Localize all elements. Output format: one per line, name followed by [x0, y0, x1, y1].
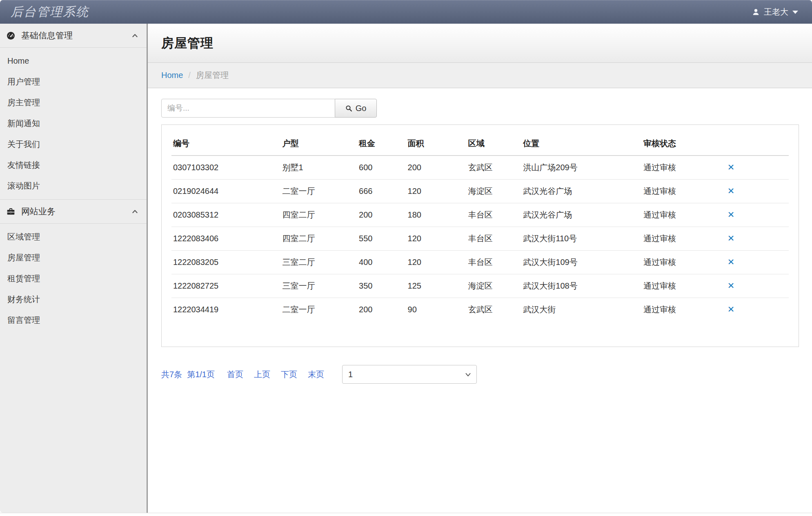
sidebar-item[interactable]: 房主管理 — [0, 92, 147, 113]
search-input[interactable] — [161, 99, 335, 118]
pagination-next-link[interactable]: 下页 — [281, 369, 297, 380]
table-cell: 通过审核 — [642, 180, 726, 203]
page-select: 1 — [342, 365, 477, 384]
search-go-label: Go — [356, 104, 367, 113]
sidebar-section-header[interactable]: 网站业务 — [0, 199, 147, 224]
table-cell: 丰台区 — [467, 251, 522, 274]
delete-icon[interactable]: ✕ — [727, 162, 735, 172]
content-area: Go 编号户型租金面积区域位置审核状态 0307103302别墅1600200玄… — [148, 88, 812, 384]
table-header-cell: 面积 — [406, 131, 467, 156]
page-header: 房屋管理 — [148, 24, 812, 63]
table-cell: 通过审核 — [642, 156, 726, 180]
table-cell: 666 — [357, 180, 406, 203]
table-cell: 玄武区 — [467, 156, 522, 180]
table-row: 0203085312四室二厅200180丰台区武汉光谷广场通过审核✕ — [171, 203, 789, 227]
user-icon — [752, 8, 760, 16]
sidebar-item[interactable]: 财务统计 — [0, 289, 147, 310]
pagination-last-link[interactable]: 末页 — [308, 369, 324, 380]
delete-icon[interactable]: ✕ — [727, 305, 735, 314]
table-cell: 200 — [357, 298, 406, 322]
table-row: 1222034419二室一厅20090玄武区武汉大街通过审核✕ — [171, 298, 789, 322]
breadcrumb-home-link[interactable]: Home — [161, 71, 183, 80]
main-layout: 基础信息管理Home用户管理房主管理新闻通知关于我们友情链接滚动图片网站业务区域… — [0, 24, 812, 513]
table-header-row: 编号户型租金面积区域位置审核状态 — [171, 131, 789, 156]
pagination: 共7条 第1/1页 首页 上页 下页 末页 1 — [161, 365, 801, 384]
pagination-page-info: 第1/1页 — [187, 369, 215, 380]
sidebar-item[interactable]: 用户管理 — [0, 71, 147, 92]
sidebar-item[interactable]: 关于我们 — [0, 134, 147, 155]
table-cell-actions: ✕ — [726, 251, 789, 274]
table-cell: 120 — [406, 251, 467, 274]
chevron-up-icon — [131, 208, 138, 215]
sidebar-item[interactable]: 区域管理 — [0, 227, 147, 247]
delete-icon[interactable]: ✕ — [727, 210, 735, 219]
table-row: 1222082725三室一厅350125海淀区武汉大街108号通过审核✕ — [171, 274, 789, 298]
dashboard-icon — [7, 31, 15, 40]
table-cell: 0219024644 — [171, 180, 281, 203]
user-name: 王老大 — [764, 7, 788, 18]
sidebar-item[interactable]: 滚动图片 — [0, 176, 147, 196]
table-cell: 400 — [357, 251, 406, 274]
sidebar-item[interactable]: 新闻通知 — [0, 113, 147, 134]
breadcrumb-current: 房屋管理 — [196, 70, 229, 81]
table-cell: 120 — [406, 227, 467, 251]
table-cell: 1222083406 — [171, 227, 281, 251]
table-header-cell: 编号 — [171, 131, 281, 156]
pagination-first-link[interactable]: 首页 — [227, 369, 243, 380]
user-menu[interactable]: 王老大 — [752, 7, 812, 18]
app-window: 后台管理系统 王老大 基础信息管理Home用户管理房主管理新闻通知关于我们友情链… — [0, 0, 812, 516]
table-cell: 四室二厅 — [281, 227, 357, 251]
table-panel: 编号户型租金面积区域位置审核状态 0307103302别墅1600200玄武区洪… — [161, 125, 799, 347]
pagination-prev-link[interactable]: 上页 — [254, 369, 270, 380]
table-cell: 丰台区 — [467, 203, 522, 227]
delete-icon[interactable]: ✕ — [727, 257, 735, 267]
sidebar-menu: 区域管理房屋管理租赁管理财务统计留言管理 — [0, 224, 147, 334]
sidebar: 基础信息管理Home用户管理房主管理新闻通知关于我们友情链接滚动图片网站业务区域… — [0, 24, 148, 513]
sidebar-section-header[interactable]: 基础信息管理 — [0, 24, 147, 48]
table-cell: 武汉光谷广场 — [521, 180, 642, 203]
caret-down-icon — [792, 11, 798, 14]
table-cell: 洪山广场209号 — [521, 156, 642, 180]
table-cell: 三室一厅 — [281, 274, 357, 298]
page-title: 房屋管理 — [161, 35, 214, 52]
sidebar-item[interactable]: 租赁管理 — [0, 268, 147, 289]
table-cell: 海淀区 — [467, 274, 522, 298]
app-title: 后台管理系统 — [0, 4, 89, 20]
sidebar-item[interactable]: 房屋管理 — [0, 247, 147, 268]
table-cell-actions: ✕ — [726, 180, 789, 203]
table-row: 0307103302别墅1600200玄武区洪山广场209号通过审核✕ — [171, 156, 789, 180]
table-cell: 武汉大街109号 — [521, 251, 642, 274]
table-cell: 二室一厅 — [281, 298, 357, 322]
table-cell: 180 — [406, 203, 467, 227]
table-cell: 200 — [357, 203, 406, 227]
table-cell: 350 — [357, 274, 406, 298]
table-cell-actions: ✕ — [726, 298, 789, 322]
table-header-cell: 户型 — [281, 131, 357, 156]
table-header-cell: 租金 — [357, 131, 406, 156]
search-go-button[interactable]: Go — [335, 99, 377, 118]
table-row: 0219024644二室一厅666120海淀区武汉光谷广场通过审核✕ — [171, 180, 789, 203]
delete-icon[interactable]: ✕ — [727, 186, 735, 196]
table-header-cell: 区域 — [467, 131, 522, 156]
table-cell: 90 — [406, 298, 467, 322]
table-cell: 玄武区 — [467, 298, 522, 322]
table-cell: 0203085312 — [171, 203, 281, 227]
table-cell: 通过审核 — [642, 203, 726, 227]
houses-table: 编号户型租金面积区域位置审核状态 0307103302别墅1600200玄武区洪… — [171, 131, 789, 321]
table-cell: 海淀区 — [467, 180, 522, 203]
table-cell: 武汉大街 — [521, 298, 642, 322]
breadcrumb-separator: / — [188, 71, 191, 80]
sidebar-item[interactable]: 友情链接 — [0, 155, 147, 176]
table-cell: 通过审核 — [642, 298, 726, 322]
search-bar: Go — [161, 99, 801, 118]
page-select-dropdown[interactable]: 1 — [343, 365, 476, 383]
table-cell: 1222034419 — [171, 298, 281, 322]
table-cell: 丰台区 — [467, 227, 522, 251]
delete-icon[interactable]: ✕ — [727, 281, 735, 290]
table-cell: 0307103302 — [171, 156, 281, 180]
main-content: 房屋管理 Home / 房屋管理 Go — [148, 24, 812, 513]
table-cell-actions: ✕ — [726, 274, 789, 298]
sidebar-item[interactable]: 留言管理 — [0, 310, 147, 331]
delete-icon[interactable]: ✕ — [727, 234, 735, 243]
sidebar-item[interactable]: Home — [0, 51, 147, 71]
